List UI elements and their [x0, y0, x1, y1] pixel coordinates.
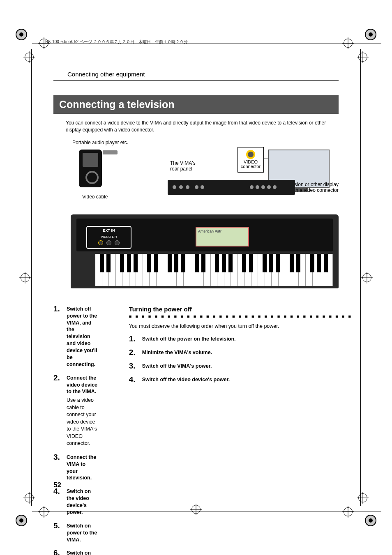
step-head: Switch off the power on the television. — [142, 336, 352, 343]
content-area: Connecting other equipment Connecting a … — [53, 71, 339, 489]
rear-panel-icon — [168, 180, 295, 195]
running-head: Connecting other equipment — [67, 71, 339, 78]
video-cable-label-2: Video cable — [82, 194, 108, 200]
section-title: Connecting a television — [53, 95, 339, 114]
instruction-columns: Switch off power to the VIMA, and the te… — [53, 306, 339, 555]
step-head: Switch on the television. — [67, 550, 98, 555]
registration-mark — [16, 515, 27, 526]
ext-in-panel: EXT IN VIDEO L R — [86, 226, 131, 249]
crop-mark-icon — [39, 507, 48, 516]
rca-jack-icon — [246, 150, 255, 159]
step-item: Switch on the television. The image from… — [53, 550, 98, 555]
crop-mark-icon — [358, 493, 367, 502]
step-head: Switch on the video device's power. — [67, 488, 98, 516]
trim-line — [31, 49, 32, 506]
step-head: Switch off power to the VIMA, and the te… — [67, 306, 98, 368]
step-head: Connect the VIMA to your television. — [67, 454, 98, 482]
page-number: 52 — [53, 481, 61, 489]
step-item: Switch off the video device's power. — [129, 376, 352, 383]
text: VIDEO connector — [238, 160, 263, 169]
step-body: Use a video cable to connect your video … — [67, 397, 98, 447]
crop-mark-icon — [25, 493, 34, 502]
text: The VIMA's — [170, 160, 196, 166]
registration-mark — [365, 515, 376, 526]
step-item: Switch off the VIMA's power. — [129, 363, 352, 370]
crop-mark-icon — [25, 53, 34, 62]
crop-mark-icon — [358, 53, 367, 62]
step-head: Minimize the VIMA's volume. — [142, 349, 352, 356]
registration-mark — [16, 29, 27, 40]
step-item: Connect the VIMA to your television. — [53, 454, 98, 482]
text: rear panel — [170, 166, 192, 172]
crop-mark-icon — [344, 39, 353, 48]
right-column: Turning the power off ■ ■ ■ ■ ■ ■ ■ ■ ■ … — [129, 306, 352, 555]
lcd-display: American Patr — [196, 227, 249, 246]
step-item: Switch off power to the VIMA, and the te… — [53, 306, 98, 368]
subsection-intro: You must observe the following order whe… — [129, 323, 352, 330]
step-head: Switch on power to the VIMA. — [67, 523, 98, 543]
trim-line — [360, 49, 361, 506]
cable-plug-icon — [103, 150, 118, 154]
header-rule — [53, 80, 339, 81]
connect-steps: Switch off power to the VIMA, and the te… — [53, 306, 98, 555]
subsection-title: Turning the power off — [129, 306, 352, 313]
step-item: Connect the video device to the VIMA. Us… — [53, 375, 98, 447]
step-item: Minimize the VIMA's volume. — [129, 349, 352, 356]
piano-keys — [95, 254, 333, 286]
dotted-rule: ■ ■ ■ ■ ■ ■ ■ ■ ■ ■ ■ ■ ■ ■ ■ ■ ■ ■ ■ ■ … — [129, 314, 352, 319]
page: RK-100-e.book 52 ページ ２００６年７月２０日 木曜日 午前１０… — [0, 0, 392, 555]
step-head: Switch off the video device's power. — [142, 376, 352, 383]
power-off-steps: Switch off the power on the television. … — [129, 336, 352, 383]
section-intro: You can connect a video device to the VI… — [66, 120, 326, 134]
crop-mark-icon — [362, 273, 371, 282]
step-item: Switch on power to the VIMA. — [53, 523, 98, 543]
rear-panel-label: The VIMA's rear panel — [170, 160, 196, 172]
video-connector-caption: VIDEO connector — [238, 160, 263, 169]
step-head: Connect the video device to the VIMA. — [67, 375, 98, 396]
portable-player-label: Portable audio player etc. — [72, 140, 128, 145]
keyboard-panel: EXT IN VIDEO L R American Patr — [76, 219, 333, 251]
video-connector-callout: VIDEO connector — [238, 147, 264, 173]
step-head: Switch off the VIMA's power. — [142, 363, 352, 370]
portable-player-icon — [79, 150, 102, 187]
step-item: Switch on the video device's power. — [53, 488, 98, 516]
crop-mark-icon — [21, 273, 30, 282]
step-item: Switch off the power on the television. — [129, 336, 352, 343]
keyboard-illustration: EXT IN VIDEO L R American Patr — [71, 214, 339, 288]
book-header-info: RK-100-e.book 52 ページ ２００６年７月２０日 木曜日 午前１０… — [45, 39, 188, 45]
ext-in-title: EXT IN — [87, 228, 131, 233]
left-column: Switch off power to the VIMA, and the te… — [53, 306, 98, 555]
connection-diagram: Portable audio player etc. The VIMA's re… — [53, 140, 339, 296]
ext-in-sub: VIDEO L R — [87, 235, 131, 239]
registration-mark — [365, 29, 376, 40]
